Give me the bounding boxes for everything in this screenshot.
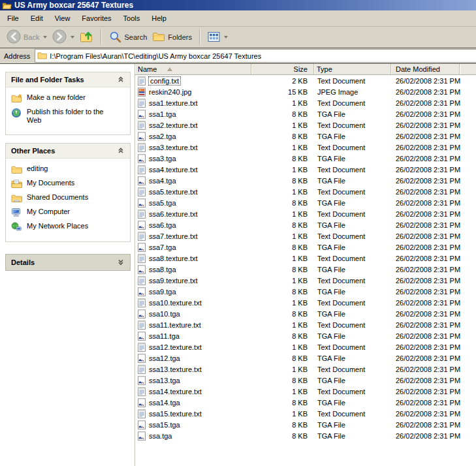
table-row[interactable]: config.txt 2 KB Text Document 26/02/2008…	[135, 75, 476, 86]
table-row[interactable]: ssa11.tga 8 KB TGA File 26/02/2008 2:31 …	[135, 330, 476, 341]
file-name[interactable]: ssa3.tga	[149, 155, 176, 163]
table-row[interactable]: ssa12.texture.txt 1 KB Text Document 26/…	[135, 341, 476, 352]
table-row[interactable]: ssa1.tga 8 KB TGA File 26/02/2008 2:31 P…	[135, 108, 476, 119]
file-name[interactable]: config.txt	[149, 77, 180, 85]
file-name[interactable]: ssa15.tga	[149, 421, 180, 429]
table-row[interactable]: ssa7.texture.txt 1 KB Text Document 26/0…	[135, 230, 476, 241]
table-row[interactable]: ssa9.texture.txt 1 KB Text Document 26/0…	[135, 275, 476, 286]
file-name[interactable]: ssa15.texture.txt	[149, 410, 202, 418]
menu-view[interactable]: View	[49, 12, 76, 24]
table-row[interactable]: ssa8.texture.txt 1 KB Text Document 26/0…	[135, 253, 476, 264]
menu-file[interactable]: File	[1, 12, 25, 24]
file-name[interactable]: ssa8.tga	[149, 266, 176, 273]
file-name[interactable]: ssa6.tga	[149, 221, 176, 229]
tasks-panel-header[interactable]: File and Folder Tasks	[6, 72, 130, 87]
table-row[interactable]: ssa4.texture.txt 1 KB Text Document 26/0…	[135, 164, 476, 175]
file-name[interactable]: ssa1.tga	[149, 110, 176, 118]
folders-button[interactable]: Folders	[150, 29, 195, 45]
file-name[interactable]: ssa10.texture.txt	[149, 299, 202, 307]
file-name[interactable]: ssa14.texture.txt	[149, 388, 202, 396]
table-row[interactable]: ssa3.tga 8 KB TGA File 26/02/2008 2:31 P…	[135, 153, 476, 164]
file-name[interactable]: ssa12.tga	[149, 354, 180, 362]
file-name[interactable]: ssa2.texture.txt	[149, 121, 198, 129]
place-editing[interactable]: editing	[11, 164, 126, 174]
file-name[interactable]: ssa9.tga	[149, 288, 176, 296]
table-row[interactable]: ssa14.tga 8 KB TGA File 26/02/2008 2:31 …	[135, 397, 476, 408]
table-row[interactable]: ssa13.texture.txt 1 KB Text Document 26/…	[135, 364, 476, 375]
file-name[interactable]: reskin240.jpg	[149, 88, 191, 96]
details-panel-header[interactable]: Details	[5, 254, 131, 271]
table-row[interactable]: ssa1.texture.txt 1 KB Text Document 26/0…	[135, 97, 476, 108]
search-button[interactable]: Search	[106, 29, 150, 46]
file-name[interactable]: ssa6.texture.txt	[149, 210, 198, 218]
column-header-size[interactable]: Size	[251, 64, 314, 75]
address-label: Address	[4, 52, 30, 60]
file-date: 26/02/2008 2:31 PM	[391, 354, 469, 362]
table-row[interactable]: ssa8.tga 8 KB TGA File 26/02/2008 2:31 P…	[135, 264, 476, 275]
table-row[interactable]: ssa10.texture.txt 1 KB Text Document 26/…	[135, 297, 476, 308]
table-row[interactable]: ssa3.texture.txt 1 KB Text Document 26/0…	[135, 142, 476, 153]
table-row[interactable]: ssa4.tga 8 KB TGA File 26/02/2008 2:31 P…	[135, 175, 476, 186]
table-row[interactable]: ssa15.texture.txt 1 KB Text Document 26/…	[135, 408, 476, 419]
file-name[interactable]: ssa9.texture.txt	[149, 277, 198, 285]
file-name[interactable]: ssa7.tga	[149, 243, 176, 251]
place-my-computer[interactable]: My Computer	[11, 208, 126, 217]
file-name[interactable]: ssa7.texture.txt	[149, 232, 198, 240]
column-header-filler	[460, 64, 476, 75]
places-panel-header[interactable]: Other Places	[6, 144, 130, 159]
column-header-type[interactable]: Type	[314, 64, 391, 75]
address-field[interactable]: I:\Program Files\Auran\TC\editing\US Arm…	[35, 49, 476, 63]
file-name[interactable]: ssa13.texture.txt	[149, 365, 202, 373]
forward-button[interactable]	[50, 28, 77, 46]
column-header-date-modified[interactable]: Date Modified	[391, 64, 460, 75]
menu-favorites[interactable]: Favorites	[76, 12, 117, 24]
table-row[interactable]: ssa2.tga 8 KB TGA File 26/02/2008 2:31 P…	[135, 131, 476, 142]
file-date: 26/02/2008 2:31 PM	[391, 266, 469, 273]
file-name[interactable]: ssa3.texture.txt	[149, 144, 198, 151]
table-row[interactable]: ssa6.tga 8 KB TGA File 26/02/2008 2:31 P…	[135, 219, 476, 230]
file-name[interactable]: ssa8.texture.txt	[149, 255, 198, 262]
views-button[interactable]	[205, 30, 230, 45]
file-name[interactable]: ssa10.tga	[149, 310, 180, 318]
place-shared-documents[interactable]: Shared Documents	[11, 193, 126, 203]
task-publish-to-web[interactable]: Publish this folder to the Web	[11, 108, 126, 125]
file-name[interactable]: ssa1.texture.txt	[149, 99, 198, 107]
file-name[interactable]: ssa12.texture.txt	[149, 343, 202, 351]
table-row[interactable]: ssa14.texture.txt 1 KB Text Document 26/…	[135, 386, 476, 397]
table-row[interactable]: ssa5.texture.txt 1 KB Text Document 26/0…	[135, 186, 476, 197]
table-row[interactable]: ssa.tga 8 KB TGA File 26/02/2008 2:31 PM	[135, 430, 476, 441]
menu-help[interactable]: Help	[146, 12, 172, 24]
table-row[interactable]: ssa10.tga 8 KB TGA File 26/02/2008 2:31 …	[135, 308, 476, 319]
up-folder-icon	[80, 30, 93, 45]
file-name[interactable]: ssa11.texture.txt	[149, 321, 201, 329]
task-make-new-folder[interactable]: Make a new folder	[11, 93, 126, 103]
table-row[interactable]: ssa7.tga 8 KB TGA File 26/02/2008 2:31 P…	[135, 241, 476, 253]
table-row[interactable]: ssa5.tga 8 KB TGA File 26/02/2008 2:31 P…	[135, 197, 476, 208]
menu-tools[interactable]: Tools	[118, 12, 146, 24]
file-name[interactable]: ssa4.tga	[149, 177, 176, 185]
table-row[interactable]: ssa9.tga 8 KB TGA File 26/02/2008 2:31 P…	[135, 286, 476, 297]
table-row[interactable]: reskin240.jpg 15 KB JPEG Image 26/02/200…	[135, 86, 476, 97]
table-row[interactable]: ssa6.texture.txt 1 KB Text Document 26/0…	[135, 208, 476, 219]
table-row[interactable]: ssa12.tga 8 KB TGA File 26/02/2008 2:31 …	[135, 352, 476, 364]
back-button[interactable]: Back	[4, 28, 50, 46]
place-my-network-places[interactable]: My Network Places	[11, 222, 126, 232]
table-row[interactable]: ssa11.texture.txt 1 KB Text Document 26/…	[135, 319, 476, 330]
menu-edit[interactable]: Edit	[25, 12, 49, 24]
file-name[interactable]: ssa4.texture.txt	[149, 166, 198, 174]
file-name[interactable]: ssa2.tga	[149, 132, 176, 140]
table-row[interactable]: ssa13.tga 8 KB TGA File 26/02/2008 2:31 …	[135, 375, 476, 386]
file-name[interactable]: ssa.tga	[149, 432, 172, 440]
file-name[interactable]: ssa5.tga	[149, 199, 176, 207]
column-header-name[interactable]: Name	[135, 64, 251, 75]
up-button[interactable]	[77, 29, 96, 46]
address-bar: Address I:\Program Files\Auran\TC\editin…	[0, 48, 476, 64]
table-row[interactable]: ssa15.tga 8 KB TGA File 26/02/2008 2:31 …	[135, 419, 476, 430]
file-name[interactable]: ssa5.texture.txt	[149, 188, 198, 196]
table-row[interactable]: ssa2.texture.txt 1 KB Text Document 26/0…	[135, 119, 476, 131]
file-name[interactable]: ssa11.tga	[149, 332, 180, 340]
place-my-documents[interactable]: My Documents	[11, 179, 126, 189]
file-name[interactable]: ssa14.tga	[149, 399, 180, 407]
place-label: editing	[27, 164, 48, 173]
file-name[interactable]: ssa13.tga	[149, 377, 180, 384]
